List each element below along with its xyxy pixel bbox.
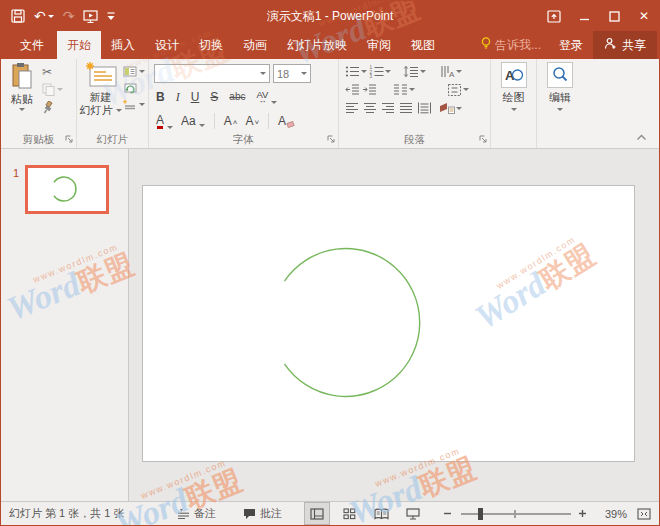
slide-counter: 幻灯片 第 1 张，共 1 张 — [9, 502, 125, 525]
text-direction-icon[interactable]: A — [440, 65, 462, 78]
text-shadow-button[interactable]: abc — [227, 91, 247, 103]
title-bar: ↶ ↷ 演示文稿1 - PowerPoint ✕ — [1, 1, 659, 31]
smartart-icon[interactable] — [439, 102, 462, 115]
slide-number: 1 — [13, 167, 19, 179]
increase-indent-icon[interactable] — [362, 83, 377, 96]
zoom-level[interactable]: 39% — [597, 502, 627, 525]
slideshow-view-icon — [406, 508, 420, 520]
dropdown-caret — [456, 107, 462, 110]
zoom-slider-center-tick — [514, 510, 516, 518]
format-painter-icon[interactable] — [41, 101, 64, 114]
collapse-ribbon-icon[interactable] — [636, 129, 647, 144]
status-bar: 幻灯片 第 1 张，共 1 张 备注 批注 39% — [1, 501, 659, 525]
paste-button[interactable]: 粘贴 — [3, 62, 41, 132]
justify-icon[interactable] — [399, 102, 413, 114]
minimize-icon[interactable] — [569, 1, 599, 31]
dropdown-caret — [385, 70, 391, 73]
paragraph-dialog-launcher-icon[interactable] — [479, 131, 487, 146]
copy-icon[interactable] — [41, 83, 64, 96]
undo-icon[interactable]: ↶ — [34, 9, 54, 23]
reset-slide-icon[interactable] — [122, 82, 146, 94]
tab-home[interactable]: 开始 — [57, 31, 101, 59]
dropdown-caret — [139, 70, 145, 73]
character-spacing-button[interactable]: AV↔ — [254, 90, 279, 105]
clipboard-dialog-launcher-icon[interactable] — [65, 131, 73, 146]
dropdown-caret — [139, 103, 145, 106]
align-left-icon[interactable] — [345, 102, 359, 114]
maximize-icon[interactable] — [599, 1, 629, 31]
tab-file[interactable]: 文件 — [7, 31, 57, 59]
tell-me-box[interactable]: 告诉我... — [473, 31, 549, 59]
slide-thumbnail[interactable] — [25, 165, 109, 214]
bullets-icon[interactable] — [345, 65, 367, 78]
decrease-font-size-button[interactable]: A˅ — [243, 114, 261, 128]
align-center-icon[interactable] — [363, 102, 377, 114]
close-icon[interactable]: ✕ — [629, 1, 659, 31]
customize-qat-icon[interactable] — [107, 12, 115, 21]
font-color-button[interactable]: A — [154, 113, 175, 130]
group-font: 18 B I U S abc AV↔ A Aa A˄ A˅ — [149, 59, 339, 148]
ribbon: 粘贴 ✂ 剪贴板 — [1, 59, 659, 149]
tab-insert[interactable]: 插入 — [101, 31, 145, 59]
slideshow-view-button[interactable] — [400, 502, 426, 525]
tab-design[interactable]: 设计 — [145, 31, 189, 59]
fit-slide-to-window-icon[interactable] — [637, 502, 651, 525]
align-text-icon[interactable] — [447, 83, 469, 97]
normal-view-button[interactable] — [304, 502, 330, 525]
tab-animations[interactable]: 动画 — [233, 31, 277, 59]
slide-layout-icon[interactable] — [122, 66, 146, 77]
powerpoint-window: ↶ ↷ 演示文稿1 - PowerPoint ✕ 文件 开始 插入 设计 切换 … — [0, 0, 660, 526]
slide-editing-area[interactable] — [129, 149, 659, 501]
italic-button[interactable]: I — [174, 90, 182, 104]
font-size-combobox[interactable]: 18 — [273, 64, 311, 83]
slide-canvas[interactable] — [142, 185, 635, 462]
arc-shape[interactable] — [143, 186, 634, 461]
increase-font-size-button[interactable]: A˄ — [222, 114, 240, 128]
new-slide-icon — [85, 62, 117, 88]
notes-button[interactable]: 备注 — [177, 502, 216, 525]
bold-button[interactable]: B — [154, 90, 167, 104]
cut-icon[interactable]: ✂ — [41, 66, 64, 78]
numbering-icon[interactable]: 123 — [369, 65, 391, 78]
tab-slideshow[interactable]: 幻灯片放映 — [277, 31, 357, 59]
ribbon-display-options-icon[interactable] — [539, 1, 569, 31]
lightbulb-icon — [481, 37, 491, 53]
underline-button[interactable]: U — [189, 90, 202, 104]
sign-in-button[interactable]: 登录 — [549, 31, 593, 59]
start-slideshow-icon[interactable] — [83, 10, 98, 23]
font-dialog-launcher-icon[interactable] — [327, 131, 335, 146]
zoom-in-button[interactable] — [578, 502, 587, 525]
comments-button[interactable]: 批注 — [243, 502, 282, 525]
clipboard-small-buttons: ✂ — [41, 62, 64, 133]
tab-transitions[interactable]: 切换 — [189, 31, 233, 59]
align-right-icon[interactable] — [381, 102, 395, 114]
line-spacing-icon[interactable] — [403, 65, 426, 78]
section-icon[interactable] — [122, 99, 146, 110]
change-case-button[interactable]: Aa — [179, 114, 207, 128]
group-slides: 新建幻灯片 幻灯片 — [77, 59, 149, 148]
strikethrough-button[interactable]: S — [208, 90, 220, 104]
slide-sorter-view-button[interactable] — [336, 502, 362, 525]
dropdown-caret — [260, 72, 266, 75]
zoom-out-button[interactable] — [443, 502, 452, 525]
share-button[interactable]: 共享 — [593, 31, 657, 59]
redo-icon: ↷ — [63, 9, 75, 23]
dropdown-caret — [116, 109, 122, 112]
distribute-icon[interactable] — [417, 102, 432, 114]
save-icon[interactable] — [11, 9, 25, 23]
decrease-indent-icon[interactable] — [345, 83, 360, 96]
eraser-icon — [286, 121, 294, 128]
tab-view[interactable]: 视图 — [401, 31, 445, 59]
dropdown-caret — [420, 70, 426, 73]
tab-review[interactable]: 审阅 — [357, 31, 401, 59]
font-name-combobox[interactable] — [154, 64, 270, 83]
reading-view-button[interactable] — [368, 502, 394, 525]
editing-button[interactable]: 编辑 — [539, 62, 581, 132]
clear-formatting-button[interactable]: A — [276, 114, 296, 128]
new-slide-button[interactable]: 新建幻灯片 — [79, 62, 122, 132]
drawing-button[interactable]: A 绘图 — [493, 62, 534, 132]
columns-icon[interactable] — [393, 83, 415, 96]
slide-sorter-icon — [343, 508, 356, 520]
zoom-slider-handle[interactable] — [478, 508, 483, 520]
editing-magnifier-icon — [547, 62, 573, 88]
